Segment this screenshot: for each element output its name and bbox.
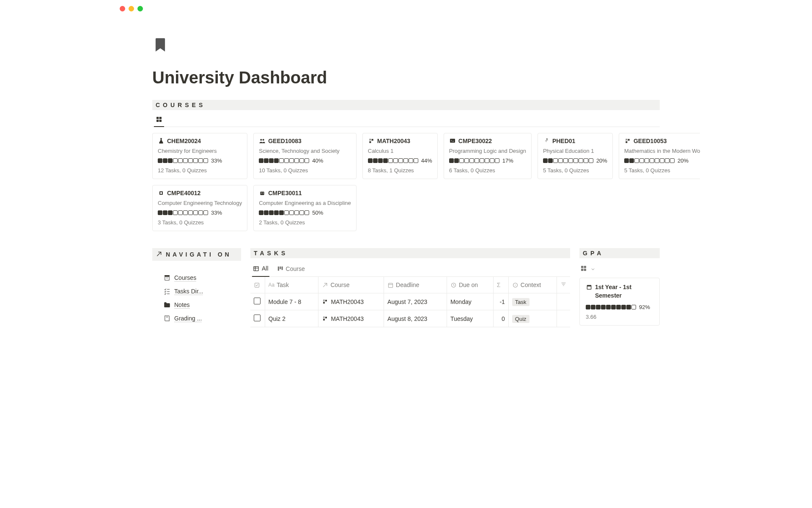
course-name: Computer Engineering as a Discipline [259, 200, 351, 206]
gallery-icon [580, 265, 587, 272]
view-tab-gallery[interactable] [154, 113, 164, 127]
nav-item-tasks-dir-[interactable]: Tasks Dir... [163, 284, 241, 298]
maximize-dot[interactable] [137, 6, 143, 11]
minimize-dot[interactable] [129, 6, 134, 11]
nav-item-courses[interactable]: Courses [163, 271, 241, 284]
board-icon [277, 265, 283, 272]
people-icon [259, 138, 266, 144]
nav-item-notes[interactable]: Notes [163, 298, 241, 312]
nav-item-grading-[interactable]: Grading ... [163, 312, 241, 325]
svg-rect-23 [277, 267, 279, 271]
task-name: Module 7 - 8 [265, 293, 318, 310]
bookmark-icon [152, 34, 168, 55]
folder-icon [163, 301, 171, 309]
svg-rect-24 [280, 267, 281, 269]
course-card-GEED10083[interactable]: GEED10083 Science, Technology and Societ… [253, 133, 357, 179]
gpa-view-selector[interactable] [579, 262, 660, 274]
filter-icon[interactable] [560, 281, 567, 287]
course-pct: 40% [312, 157, 323, 164]
calc-icon [368, 138, 375, 144]
gallery-icon [156, 116, 162, 123]
calendar-icon [387, 282, 394, 288]
nav-label: Notes [174, 301, 190, 309]
course-pct: 33% [211, 157, 222, 164]
course-meta: 2 Tasks, 0 Quizzes [259, 219, 351, 226]
task-row[interactable]: Quiz 2 MATH20043 August 8, 2023 Tuesday … [250, 310, 570, 327]
course-pct: 33% [211, 210, 222, 216]
task-checkbox[interactable] [254, 315, 261, 321]
task-checkbox[interactable] [254, 298, 261, 304]
svg-rect-1 [159, 117, 162, 119]
checkbox-header-icon [254, 282, 260, 288]
svg-point-4 [261, 139, 262, 141]
course-card-MATH20043[interactable]: MATH20043 Calculus 1 44% 8 Tasks, 1 Quiz… [362, 133, 438, 179]
task-sigma: -1 [493, 293, 508, 310]
checklist-icon [163, 287, 171, 295]
svg-rect-20 [254, 266, 258, 271]
task-due: Tuesday [447, 310, 493, 327]
section-header-gpa: GPA [579, 248, 660, 258]
gpa-card-title: 1st Year - 1st Semester [595, 283, 653, 300]
task-deadline: August 7, 2023 [384, 293, 447, 310]
svg-point-31 [515, 284, 516, 285]
task-tab-all[interactable]: All [252, 262, 269, 277]
svg-rect-3 [159, 120, 162, 122]
arrow-up-right-icon [156, 251, 162, 257]
course-pct: 50% [312, 210, 323, 216]
course-card-CMPE30022[interactable]: CMPE30022 Programming Logic and Design 1… [444, 133, 532, 179]
svg-rect-27 [389, 283, 393, 287]
course-pct: 44% [421, 157, 432, 164]
course-code: PHED01 [552, 138, 575, 144]
course-code: CMPE30011 [268, 190, 302, 196]
task-course: MATH20043 [331, 298, 364, 305]
course-card-PHED01[interactable]: PHED01 Physical Education 1 20% 5 Tasks,… [538, 133, 613, 179]
course-pct: 20% [678, 157, 689, 164]
gpa-card[interactable]: 1st Year - 1st Semester 92% 3.66 [579, 278, 660, 326]
course-card-CMPE30011[interactable]: CMPE30011 Computer Engineering as a Disc… [253, 185, 357, 231]
task-course: MATH20043 [331, 315, 364, 322]
svg-point-5 [263, 139, 264, 141]
close-dot[interactable] [120, 6, 125, 11]
svg-rect-37 [581, 269, 583, 271]
course-pct: 20% [596, 157, 607, 164]
svg-point-7 [546, 138, 548, 140]
chip-icon [158, 190, 165, 196]
course-meta: 12 Tasks, 0 Quizzes [158, 167, 242, 174]
course-card-CMPE40012[interactable]: CMPE40012 Computer Engineering Technolog… [152, 185, 247, 231]
course-card-CHEM20024[interactable]: CHEM20024 Chemistry for Engineers 33% 12… [152, 133, 247, 179]
target-icon [512, 282, 518, 288]
sigma-icon: Σ [497, 282, 501, 288]
code-icon [449, 138, 456, 144]
task-name: Quiz 2 [265, 310, 318, 327]
archive-icon [163, 274, 171, 282]
task-tab-course[interactable]: Course [276, 262, 306, 276]
calc-icon [322, 298, 328, 305]
svg-rect-6 [450, 139, 455, 143]
task-tab-course-label: Course [286, 265, 305, 272]
course-card-GEED10053[interactable]: GEED10053 Mathematics in the Modern Worl… [619, 133, 700, 179]
calc-icon [322, 315, 328, 322]
flask-icon [158, 138, 165, 144]
tasks-panel: TASKS All Course AaTask [250, 248, 570, 327]
svg-point-11 [261, 193, 262, 193]
course-code: CMPE30022 [458, 138, 492, 144]
nav-label: Courses [174, 274, 196, 282]
course-code: MATH20043 [377, 138, 410, 144]
course-meta: 5 Tasks, 0 Quizzes [543, 167, 607, 174]
task-deadline: August 8, 2023 [384, 310, 447, 327]
gpa-pct: 92% [639, 304, 650, 310]
col-deadline: Deadline [396, 282, 419, 288]
course-meta: 3 Tasks, 0 Quizzes [158, 219, 242, 226]
section-header-tasks: TASKS [250, 248, 570, 258]
course-name: Computer Engineering Technology [158, 200, 242, 206]
task-row[interactable]: Module 7 - 8 MATH20043 August 7, 2023 Mo… [250, 293, 570, 310]
course-meta: 8 Tasks, 1 Quizzes [368, 167, 432, 174]
nav-label: Grading ... [174, 315, 202, 322]
window-titlebar [112, 0, 700, 17]
course-pct: 17% [502, 157, 513, 164]
section-header-courses: COURSES [152, 100, 660, 110]
svg-rect-36 [584, 266, 586, 268]
course-meta: 5 Tasks, 0 Quizzes [624, 167, 700, 174]
col-task: Task [277, 282, 289, 288]
course-code: CHEM20024 [167, 138, 201, 144]
